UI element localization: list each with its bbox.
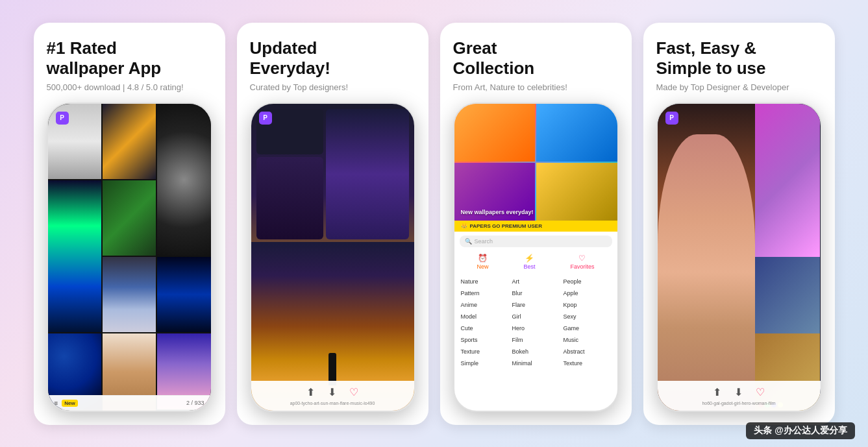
card-3: GreatCollection From Art, Nature to cele… xyxy=(440,23,632,425)
card1-phone: P ≡ New 2 / 933 xyxy=(47,103,212,412)
girl-face xyxy=(658,134,756,410)
download-icon: ⬇ xyxy=(328,386,336,398)
download-icon-4: ⬇ xyxy=(734,386,743,398)
heart-icon: ♡ xyxy=(349,386,358,398)
phone4-tag: ho60-gal-gadot-girl-hero-woman-film xyxy=(665,401,813,405)
grid-cell-2 xyxy=(103,104,156,179)
grid-cell-8 xyxy=(157,257,210,332)
heart-icon-4: ♡ xyxy=(756,386,765,398)
card3-phone: New wallpapers everyday! 👑 PAPERS GO PRE… xyxy=(453,103,619,412)
girl-photo xyxy=(658,104,756,411)
card1-subtitle: 500,000+ download | 4.8 / 5.0 rating! xyxy=(47,82,212,92)
card1-title: #1 Ratedwallpaper App xyxy=(47,38,212,79)
tab-new[interactable]: ⏰ New xyxy=(477,254,488,270)
phone2-right xyxy=(326,109,408,239)
card4-phone: P xyxy=(656,103,822,412)
p-badge-1: P xyxy=(56,112,69,125)
tab-favorites[interactable]: ♡ Favorites xyxy=(570,254,594,270)
grid-cell-5 xyxy=(103,180,156,256)
phone1-grid xyxy=(48,104,211,411)
phone4-bottom-bar: ⬆ ⬇ ♡ ho60-gal-gadot-girl-hero-woman-fil… xyxy=(658,381,821,411)
grid-cell-3 xyxy=(157,104,210,256)
card-1: #1 Ratedwallpaper App 500,000+ download … xyxy=(34,23,225,425)
phone2-top-section xyxy=(251,104,414,242)
card4-title: Fast, Easy &Simple to use xyxy=(656,38,822,79)
br-blue xyxy=(755,257,820,333)
card2-title: UpdatedEveryday! xyxy=(250,38,415,79)
search-bar[interactable]: 🔍 Search xyxy=(460,236,612,247)
watermark: 头条 @办公达人爱分享 xyxy=(746,422,855,439)
share-icon: ⬆ xyxy=(306,386,315,398)
phone3-tabs: ⏰ New ⚡ Best ♡ Favorites xyxy=(454,251,617,272)
phone4-grid xyxy=(658,104,821,411)
card2-phone: P ⬆ ⬇ ♡ ap00-tycho-art-sun-man-flare-mus… xyxy=(250,103,415,412)
categories-grid: Nature Art People Pattern Blur Apple Ani… xyxy=(454,276,617,368)
search-placeholder: Search xyxy=(475,238,493,245)
cards-container: #1 Ratedwallpaper App 500,000+ download … xyxy=(0,3,868,444)
p-badge-2: P xyxy=(259,112,272,125)
card-4: Fast, Easy &Simple to use Made by Top De… xyxy=(643,23,835,425)
card2-subtitle: Curated by Top designers! xyxy=(250,82,415,92)
phone1-bottom-bar: ≡ New 2 / 933 xyxy=(48,395,211,411)
card4-subtitle: Made by Top Designer & Developer xyxy=(656,82,822,92)
card3-title: GreatCollection xyxy=(453,38,619,79)
new-badge: New xyxy=(62,400,77,407)
search-icon: 🔍 xyxy=(465,238,472,245)
share-icon-4: ⬆ xyxy=(713,386,721,398)
card3-subtitle: From Art, Nature to celebrities! xyxy=(453,82,619,92)
p-badge-4: P xyxy=(665,112,678,125)
tab-best[interactable]: ⚡ Best xyxy=(523,254,535,270)
phone3-header: New wallpapers everyday! xyxy=(454,104,617,221)
phone2-tag: ap00-tycho-art-sun-man-flare-music-lo490 xyxy=(259,401,406,405)
p2-dark-mid xyxy=(256,157,324,239)
wallpaper-count: 2 / 933 xyxy=(186,400,205,406)
premium-bar: 👑 PAPERS GO PREMIUM USER xyxy=(454,221,617,232)
phone4-action-icons: ⬆ ⬇ ♡ xyxy=(665,386,813,398)
phone2-left xyxy=(256,109,324,239)
grid-cell-7 xyxy=(103,257,156,332)
phone2-action-icons: ⬆ ⬇ ♡ xyxy=(259,386,406,398)
grid-cell-4 xyxy=(48,180,101,332)
phone3-header-text: New wallpapers everyday! xyxy=(461,209,534,215)
card-2: UpdatedEveryday! Curated by Top designer… xyxy=(237,23,428,425)
top-right-img xyxy=(755,104,820,257)
phone2-bottom-bar: ⬆ ⬇ ♡ ap00-tycho-art-sun-man-flare-music… xyxy=(251,381,414,411)
